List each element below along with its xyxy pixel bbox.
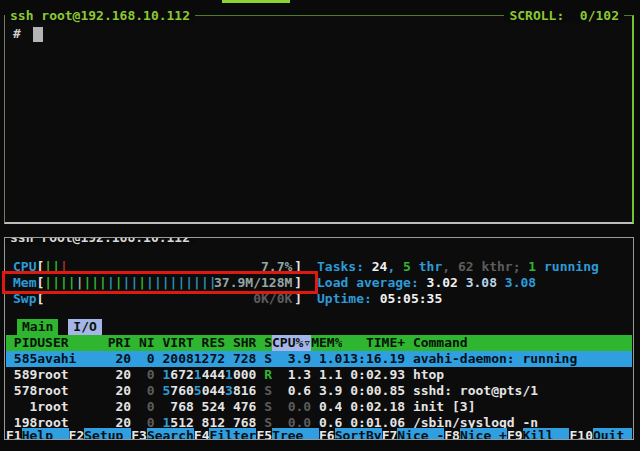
tab-main[interactable]: Main [17,319,58,335]
cell-mem: MEM% [311,335,342,351]
cell-pid: 578 [6,383,37,399]
tmux-pane-shell[interactable]: ssh root@192.168.10.112 SCROLL: 0/102 # [4,15,634,224]
cell-cpu: 1.3 [272,367,311,383]
cell-virt: 768 [155,399,194,415]
cell-s: R [256,367,272,383]
fkey-f8[interactable]: F8Nice + [444,428,507,440]
cell-time: TIME+ [342,335,405,351]
fkey-f5[interactable]: F5Tree [256,428,319,440]
cell-cmd: sshd: root@pts/1 [405,383,538,399]
fkey-f3[interactable]: F3Search [131,428,194,440]
cell-cmd: htop [405,367,444,383]
cell-pid: 1 [6,399,37,415]
cell-pri: 20 [100,383,131,399]
cell-time: 0:02.18 [342,399,405,415]
load-average-line: Load average: 3.02 3.08 3.08 [317,275,599,291]
cell-ni: 0 [131,367,154,383]
cell-user: root [37,367,100,383]
cell-res: 1272 [194,351,225,367]
cell-pid: 585 [6,351,37,367]
cell-ni: 0 [131,383,154,399]
pane-title-bottom: ssh root@192.168.10.112 [5,237,195,245]
cell-time: 13:16.19 [342,351,405,367]
cell-mem: 3.9 [311,383,342,399]
cell-pri: PRI [100,335,131,351]
tmux-pane-htop[interactable]: ssh root@192.168.10.112 CPU[|||7.7%]Mem[… [4,237,634,440]
pane-title-top: ssh root@192.168.10.112 [5,8,195,23]
htop-summary: Tasks: 24, 5 thr, 62 kthr; 1 runningLoad… [317,259,599,307]
cell-s: S [256,351,272,367]
terminal-screen: ssh root@192.168.10.112 SCROLL: 0/102 # … [0,0,640,451]
cell-user: avahi [37,351,100,367]
htop-function-key-bar: F1HelpF2SetupF3SearchF4FilterF5TreeF6Sor… [6,428,632,440]
cell-shr: 3816 [225,383,256,399]
process-row[interactable]: 589root200167214441000R1.31.10:02.93htop [6,367,632,383]
cell-user: root [37,399,100,415]
cell-pid: PID [6,335,37,351]
cell-pid: 589 [6,367,37,383]
fkey-f4[interactable]: F4Filter [194,428,257,440]
cell-user: USER [37,335,100,351]
fkey-f6[interactable]: F6SortBy [319,428,382,440]
cell-ni: NI [131,335,154,351]
cell-mem: 1.1 [311,367,342,383]
cell-virt: VIRT [155,335,194,351]
cell-shr: SHR [225,335,256,351]
cell-shr: 476 [225,399,256,415]
fkey-f9[interactable]: F9Kill [507,428,570,440]
cell-user: root [37,383,100,399]
cell-s: S [256,335,272,351]
cell-res: RES [194,335,225,351]
cell-time: 0:00.85 [342,383,405,399]
cell-res: 5044 [194,383,225,399]
cell-res: 524 [194,399,225,415]
cell-cmd: Command [405,335,468,351]
cell-s: S [256,399,272,415]
cell-virt: 2008 [155,351,194,367]
cell-virt: 1672 [155,367,194,383]
fkey-f2[interactable]: F2Setup [69,428,132,440]
cell-ni: 0 [131,351,154,367]
tab-io[interactable]: I/O [68,319,101,335]
cell-res: 1444 [194,367,225,383]
cell-mem: 1.0 [311,351,342,367]
top-edge-artifact [222,0,290,3]
cell-cmd: avahi-daemon: running [405,351,577,367]
annotation-box-mem [2,271,318,294]
terminal-cursor [33,27,43,42]
fkey-f1[interactable]: F1Help [6,428,69,440]
cell-time: 0:02.93 [342,367,405,383]
process-row[interactable]: 1root200768524476S0.00.40:02.18init [3] [6,399,632,415]
cell-shr: 1000 [225,367,256,383]
uptime-line: Uptime: 05:05:35 [317,291,599,307]
cell-ni: 0 [131,399,154,415]
process-row[interactable]: 578root200576050443816S0.63.90:00.85sshd… [6,383,632,399]
fkey-f10[interactable]: F10Quit [569,428,632,440]
cell-cpu: 3.9 [272,351,311,367]
htop-tab-bar: MainI/O [17,319,112,335]
process-row[interactable]: 585avahi20020081272728S3.91.013:16.19ava… [6,351,632,367]
cell-cpu: CPU%▿ [272,335,311,351]
scroll-indicator: SCROLL: 0/102 [504,8,624,23]
htop-process-list: 585avahi20020081272728S3.91.013:16.19ava… [6,351,632,431]
cell-s: S [256,383,272,399]
cell-virt: 5760 [155,383,194,399]
cell-shr: 728 [225,351,256,367]
cell-cmd: init [3] [405,399,475,415]
cell-mem: 0.4 [311,399,342,415]
htop-column-header[interactable]: PIDUSERPRINIVIRTRESSHRSCPU%▿MEM%TIME+Com… [6,335,632,351]
cell-cpu: 0.6 [272,383,311,399]
cell-pri: 20 [100,399,131,415]
tasks-line: Tasks: 24, 5 thr, 62 kthr; 1 running [317,259,599,275]
cell-pri: 20 [100,367,131,383]
fkey-f7[interactable]: F7Nice - [382,428,445,440]
shell-prompt: # [13,26,21,42]
cell-pri: 20 [100,351,131,367]
cell-cpu: 0.0 [272,399,311,415]
